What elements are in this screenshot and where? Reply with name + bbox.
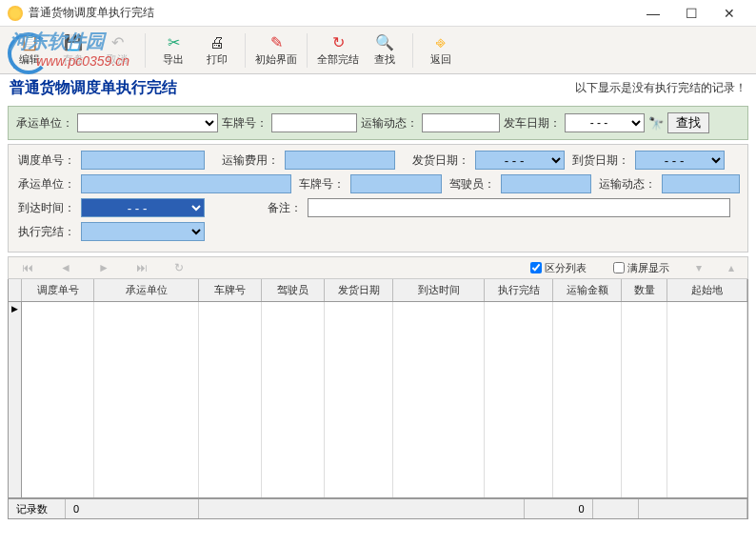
arrive-time-select[interactable]: - - - bbox=[81, 198, 205, 217]
reset-icon: ✎ bbox=[267, 34, 286, 51]
carrier-label: 承运单位： bbox=[16, 115, 73, 131]
nav-prev-icon[interactable]: ◄ bbox=[60, 261, 71, 274]
col-header[interactable]: 驾驶员 bbox=[262, 279, 325, 301]
grid-nav-bar: ⏮ ◄ ► ⏭ ↻ 区分列表 满屏显示 ▾ ▴ bbox=[8, 256, 748, 279]
transport-status-label: 运输动态： bbox=[361, 115, 418, 131]
plate-label: 车牌号： bbox=[222, 115, 268, 131]
print-icon: 🖨 bbox=[208, 34, 227, 51]
titlebar: 普通货物调度单执行完结 — ☐ ✕ bbox=[0, 0, 756, 27]
carrier-select[interactable] bbox=[77, 113, 218, 132]
driver-field[interactable] bbox=[501, 174, 592, 193]
arrive-date-label: 到货日期： bbox=[570, 152, 629, 169]
cancel-button[interactable]: ↶ 取消 bbox=[95, 29, 139, 72]
detail-plate-field[interactable] bbox=[350, 174, 442, 193]
col-header[interactable]: 调度单号 bbox=[22, 279, 94, 301]
find-icon: 🔍 bbox=[375, 34, 394, 51]
transport-status-input[interactable] bbox=[422, 113, 500, 132]
driver-label: 驾驶员： bbox=[448, 176, 495, 192]
nav-last-icon[interactable]: ⏭ bbox=[136, 261, 148, 274]
dispatch-date-label: 发车日期： bbox=[504, 115, 561, 131]
grid-header: 调度单号 承运单位 车牌号 驾驶员 发货日期 到达时间 执行完结 运输金额 数量… bbox=[9, 279, 747, 302]
plate-input[interactable] bbox=[271, 113, 357, 132]
detail-panel: 调度单号： 运输费用： 发货日期： - - - 到货日期： - - - 承运单位… bbox=[8, 144, 748, 253]
arrive-date-select[interactable]: - - - bbox=[635, 151, 725, 170]
col-header[interactable]: 发货日期 bbox=[325, 279, 393, 301]
watermark-logo-icon bbox=[8, 32, 42, 67]
search-panel: 承运单位： 车牌号： 运输动态： 发车日期： - - - 🔭 查找 bbox=[8, 106, 748, 140]
record-count-value: 0 bbox=[66, 499, 199, 518]
nav-collapse-icon[interactable]: ▾ bbox=[696, 261, 702, 274]
col-header[interactable]: 运输金额 bbox=[553, 279, 622, 301]
return-icon: ⎆ bbox=[431, 34, 450, 51]
col-header[interactable]: 起始地 bbox=[667, 279, 747, 301]
minimize-button[interactable]: — bbox=[634, 0, 672, 27]
toolbar-separator bbox=[145, 33, 146, 68]
remark-label: 备注： bbox=[210, 200, 302, 216]
nav-expand-icon[interactable]: ▴ bbox=[728, 261, 734, 274]
window-title: 普通货物调度单执行完结 bbox=[29, 5, 634, 21]
cancel-icon: ↶ bbox=[108, 34, 127, 51]
footer-amount: 0 bbox=[525, 499, 593, 518]
exec-finish-label: 执行完结： bbox=[16, 224, 75, 240]
footer-end bbox=[639, 499, 747, 518]
search-button[interactable]: 查找 bbox=[667, 112, 709, 133]
header-note: 以下显示是没有执行完结的记录！ bbox=[575, 80, 746, 96]
dispatch-date-select[interactable]: - - - bbox=[565, 113, 645, 132]
toolbar-separator bbox=[412, 33, 413, 68]
page-title: 普通货物调度单执行完结 bbox=[10, 78, 575, 98]
binoculars-icon: 🔭 bbox=[648, 116, 664, 131]
exec-finish-select[interactable] bbox=[81, 222, 205, 241]
maximize-button[interactable]: ☐ bbox=[672, 0, 710, 27]
freight-label: 运输费用： bbox=[210, 152, 279, 169]
arrive-time-label: 到达时间： bbox=[16, 200, 75, 216]
fullscreen-checkbox[interactable]: 满屏显示 bbox=[613, 261, 669, 275]
detail-transport-status-label: 运输动态： bbox=[597, 176, 656, 192]
detail-transport-status-field[interactable] bbox=[662, 174, 740, 193]
nav-first-icon[interactable]: ⏮ bbox=[22, 261, 33, 274]
close-button[interactable]: ✕ bbox=[710, 0, 748, 27]
col-header[interactable]: 数量 bbox=[622, 279, 667, 301]
footer-qty bbox=[593, 499, 639, 518]
col-header[interactable]: 执行完结 bbox=[485, 279, 553, 301]
header-row: 普通货物调度单执行完结 以下显示是没有执行完结的记录！ bbox=[0, 74, 756, 102]
print-button[interactable]: 🖨 打印 bbox=[195, 29, 239, 72]
toolbar: 📋 编辑 💾 存盘 ↶ 取消 ✂ 导出 🖨 打印 ✎ 初始界面 ↻ 全部完结 🔍… bbox=[0, 27, 756, 74]
save-icon: 💾 bbox=[64, 34, 83, 51]
ship-date-select[interactable]: - - - bbox=[475, 151, 565, 170]
reset-button[interactable]: ✎ 初始界面 bbox=[251, 29, 301, 72]
nav-next-icon[interactable]: ► bbox=[98, 261, 109, 274]
detail-carrier-field[interactable] bbox=[81, 174, 291, 193]
footer-spacer bbox=[199, 499, 525, 518]
detail-plate-label: 车牌号： bbox=[297, 176, 345, 192]
record-count-label: 记录数 bbox=[9, 499, 66, 518]
col-header[interactable]: 车牌号 bbox=[199, 279, 262, 301]
refresh-icon: ↻ bbox=[328, 34, 348, 51]
grid-footer: 记录数 0 0 bbox=[8, 498, 748, 519]
data-grid: 调度单号 承运单位 车牌号 驾驶员 发货日期 到达时间 执行完结 运输金额 数量… bbox=[8, 279, 748, 498]
ship-date-label: 发货日期： bbox=[401, 152, 469, 169]
toolbar-separator bbox=[307, 33, 308, 68]
toolbar-separator bbox=[245, 33, 246, 68]
detail-carrier-label: 承运单位： bbox=[16, 176, 75, 192]
finish-all-button[interactable]: ↻ 全部完结 bbox=[313, 29, 363, 72]
app-icon bbox=[8, 6, 23, 21]
nav-refresh-icon[interactable]: ↻ bbox=[174, 261, 184, 274]
row-selector-col bbox=[9, 279, 22, 301]
row-marker: ▶ bbox=[9, 302, 22, 497]
freight-field[interactable] bbox=[285, 151, 395, 170]
export-button[interactable]: ✂ 导出 bbox=[151, 29, 195, 72]
col-header[interactable]: 到达时间 bbox=[393, 279, 485, 301]
find-button[interactable]: 🔍 查找 bbox=[363, 29, 407, 72]
order-no-label: 调度单号： bbox=[16, 152, 75, 169]
grid-body[interactable]: ▶ bbox=[9, 302, 747, 497]
remark-input[interactable] bbox=[308, 198, 730, 217]
export-icon: ✂ bbox=[164, 34, 183, 51]
order-no-field[interactable] bbox=[81, 151, 205, 170]
split-list-checkbox[interactable]: 区分列表 bbox=[530, 261, 587, 275]
col-header[interactable]: 承运单位 bbox=[94, 279, 199, 301]
return-button[interactable]: ⎆ 返回 bbox=[419, 29, 463, 72]
save-button[interactable]: 💾 存盘 bbox=[51, 29, 95, 72]
